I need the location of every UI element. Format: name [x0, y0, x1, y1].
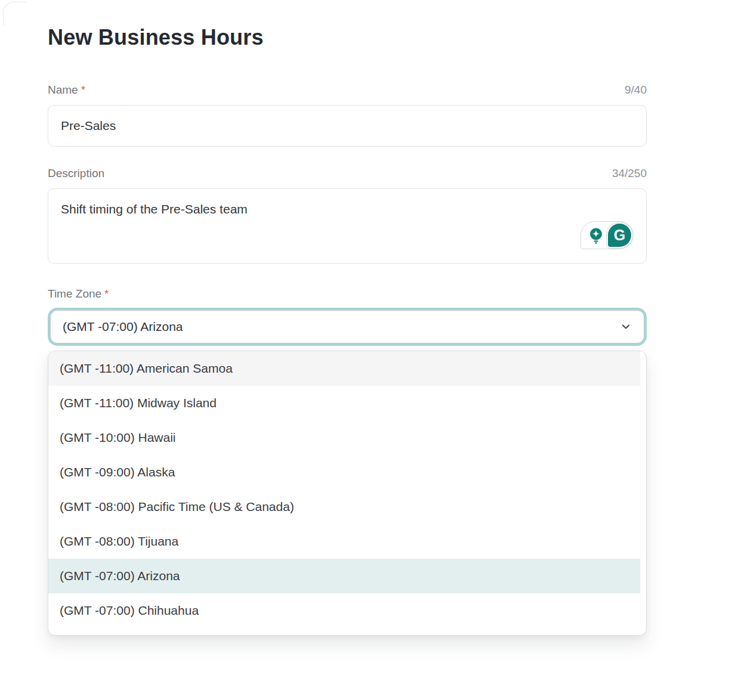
- chevron-down-icon: [620, 321, 632, 333]
- timezone-option[interactable]: (GMT -11:00) American Samoa: [48, 351, 640, 386]
- name-label-text: Name: [48, 83, 78, 96]
- timezone-label-text: Time Zone: [48, 287, 101, 300]
- timezone-option[interactable]: (GMT -08:00) Pacific Time (US & Canada): [48, 490, 640, 524]
- grammarly-suggestion-bulb-icon: [588, 227, 604, 244]
- timezone-option[interactable]: (GMT -07:00) Arizona: [48, 559, 640, 593]
- timezone-option[interactable]: (GMT -09:00) Alaska: [48, 455, 640, 490]
- description-field-group: Description 34/250 Shift timing of the P…: [48, 167, 647, 264]
- timezone-option[interactable]: (GMT -07:00) Chihuahua: [48, 593, 640, 628]
- timezone-selected-value: (GMT -07:00) Arizona: [63, 320, 183, 334]
- description-textarea[interactable]: Shift timing of the Pre-Sales team: [48, 188, 647, 264]
- timezone-label: Time Zone*: [48, 287, 109, 301]
- grammarly-logo-letter: G: [614, 227, 625, 244]
- modal-top-left-corner: [3, 2, 27, 26]
- name-field-group: Name* 9/40: [48, 83, 647, 147]
- description-textarea-wrap: Shift timing of the Pre-Sales team G: [48, 188, 647, 264]
- description-char-counter: 34/250: [612, 167, 647, 180]
- name-required-asterisk: *: [81, 83, 85, 96]
- timezone-field-head: Time Zone*: [48, 287, 647, 301]
- timezone-dropdown-list: (GMT -11:00) American Samoa(GMT -11:00) …: [48, 351, 647, 636]
- timezone-option[interactable]: (GMT -10:00) Hawaii: [48, 420, 640, 455]
- name-input[interactable]: [48, 105, 647, 147]
- page-title: New Business Hours: [48, 25, 647, 50]
- description-field-head: Description 34/250: [48, 167, 647, 180]
- timezone-option[interactable]: (GMT -08:00) Tijuana: [48, 524, 640, 559]
- description-label: Description: [48, 167, 104, 180]
- grammarly-logo-icon: G: [608, 224, 631, 247]
- name-label: Name*: [48, 83, 85, 97]
- timezone-option[interactable]: (GMT -11:00) Midway Island: [48, 386, 640, 420]
- grammarly-widget[interactable]: G: [580, 221, 634, 249]
- new-business-hours-form: New Business Hours Name* 9/40 Descriptio…: [48, 25, 647, 636]
- timezone-required-asterisk: *: [104, 287, 109, 300]
- timezone-field-group: Time Zone* (GMT -07:00) Arizona (GMT -11…: [48, 287, 647, 636]
- name-char-counter: 9/40: [625, 83, 647, 97]
- name-field-head: Name* 9/40: [48, 83, 647, 97]
- timezone-select[interactable]: (GMT -07:00) Arizona: [50, 310, 644, 343]
